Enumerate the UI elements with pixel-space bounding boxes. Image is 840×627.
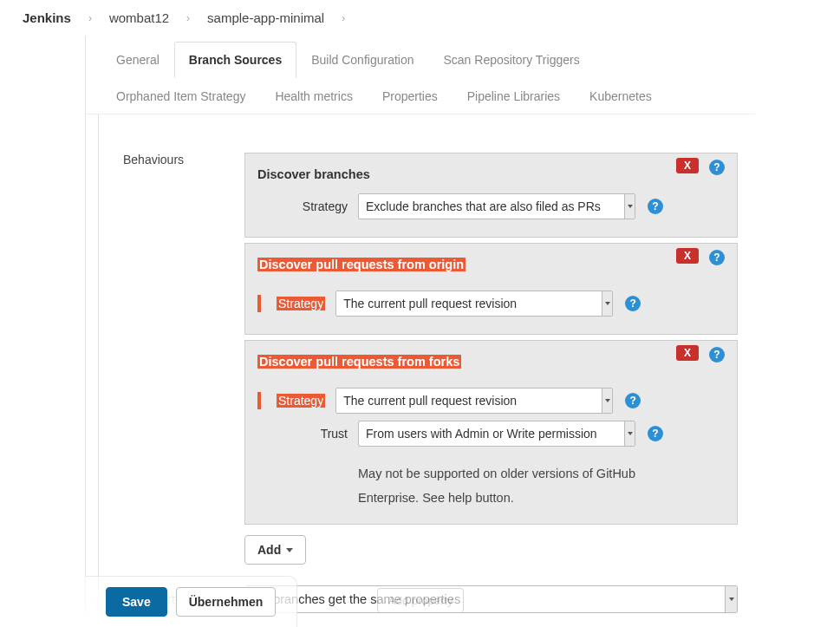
- add-behaviour-button[interactable]: Add: [244, 535, 306, 565]
- behaviour-discover-pr-forks: X ? Discover pull requests from forks St…: [244, 340, 738, 525]
- strategy-select[interactable]: The current pull request revision: [335, 388, 613, 414]
- strategy-label: Strategy: [277, 394, 325, 408]
- delete-behaviour-button[interactable]: X: [676, 345, 699, 361]
- tab-general[interactable]: General: [101, 42, 174, 78]
- tab-build-configuration[interactable]: Build Configuration: [296, 42, 428, 78]
- chevron-right-icon: ›: [174, 12, 202, 24]
- strategy-label: Strategy: [277, 199, 348, 213]
- caret-down-icon: [286, 548, 293, 552]
- strategy-select[interactable]: The current pull request revision: [335, 291, 613, 317]
- delete-behaviour-button[interactable]: X: [676, 248, 699, 264]
- behaviours-section-label: Behaviours: [107, 153, 244, 565]
- tab-health-metrics[interactable]: Health metrics: [260, 78, 367, 114]
- trust-note: May not be supported on older versions o…: [358, 462, 635, 510]
- save-button[interactable]: Save: [106, 587, 167, 617]
- delete-behaviour-button[interactable]: X: [676, 158, 699, 173]
- breadcrumb-item-jenkins[interactable]: Jenkins: [21, 10, 73, 25]
- page-body: General Branch Sources Build Configurati…: [85, 36, 755, 613]
- strategy-select[interactable]: Exclude branches that are also filed as …: [358, 193, 635, 219]
- behaviour-title: Discover branches: [257, 167, 725, 181]
- help-icon[interactable]: ?: [648, 199, 663, 214]
- behaviour-title: Discover pull requests from origin: [257, 258, 466, 271]
- config-content: Behaviours X ? Discover branches Strateg…: [86, 114, 755, 613]
- tab-orphaned-item-strategy[interactable]: Orphaned Item Strategy: [101, 78, 260, 114]
- help-icon[interactable]: ?: [648, 426, 663, 441]
- behaviour-discover-pr-origin: X ? Discover pull requests from origin S…: [244, 243, 738, 335]
- config-tabs: General Branch Sources Build Configurati…: [86, 36, 755, 114]
- trust-label: Trust: [277, 427, 348, 441]
- strategy-label: Strategy: [277, 297, 325, 310]
- breadcrumb: Jenkins › wombat12 › sample-app-minimal …: [0, 0, 840, 36]
- help-icon[interactable]: ?: [625, 296, 641, 311]
- help-icon[interactable]: ?: [709, 160, 725, 175]
- tab-branch-sources[interactable]: Branch Sources: [174, 42, 296, 78]
- behaviour-discover-branches: X ? Discover branches Strategy Exclude b…: [244, 153, 738, 238]
- help-icon[interactable]: ?: [625, 393, 641, 408]
- help-icon[interactable]: ?: [709, 250, 725, 265]
- tab-properties[interactable]: Properties: [368, 78, 453, 114]
- tab-pipeline-libraries[interactable]: Pipeline Libraries: [453, 78, 575, 114]
- chevron-right-icon: ›: [329, 12, 357, 24]
- change-marker-icon: [257, 392, 261, 409]
- help-icon[interactable]: ?: [709, 347, 725, 362]
- breadcrumb-item-project[interactable]: sample-app-minimal: [205, 10, 326, 25]
- breadcrumb-item-folder[interactable]: wombat12: [107, 10, 171, 25]
- tab-scan-repository-triggers[interactable]: Scan Repository Triggers: [428, 42, 594, 78]
- add-button-label: Add: [257, 543, 281, 557]
- tab-kubernetes[interactable]: Kubernetes: [575, 78, 667, 114]
- apply-button[interactable]: Übernehmen: [176, 587, 277, 617]
- chevron-right-icon: ›: [76, 12, 104, 24]
- change-marker-icon: [257, 295, 261, 312]
- trust-select[interactable]: From users with Admin or Write permissio…: [358, 421, 635, 447]
- property-strategy-select[interactable]: All branches get the same properties: [246, 585, 738, 613]
- behaviour-title: Discover pull requests from forks: [257, 355, 461, 369]
- add-property-button[interactable]: Add property: [377, 588, 464, 613]
- sticky-footer: Save Übernehmen: [85, 576, 297, 627]
